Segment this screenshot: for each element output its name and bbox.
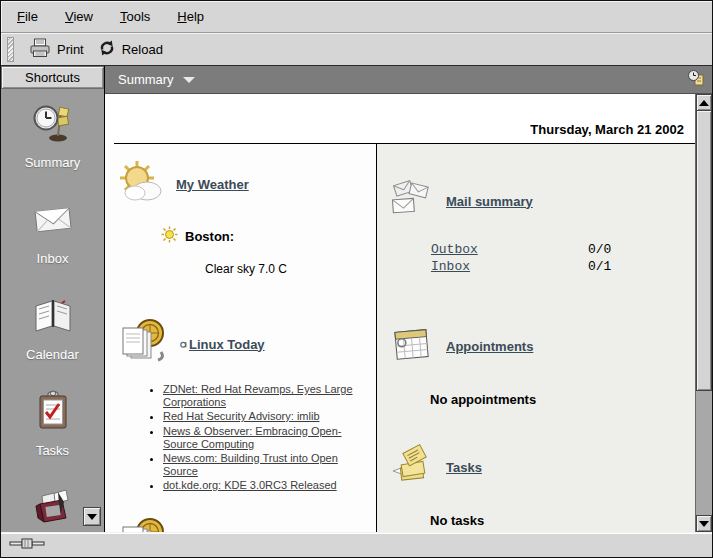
summary-left-column: My Weather	[105, 144, 377, 532]
sidebar-item-tasks[interactable]: Tasks	[1, 390, 104, 458]
headline-item: News & Observer: Embracing Open-Source C…	[163, 425, 368, 451]
headline-link[interactable]: Red Hat Security Advisory: imlib	[163, 410, 320, 422]
headline-link[interactable]: News.com: Building Trust into Open Sourc…	[163, 452, 338, 477]
weather-condition: Clear sky 7.0 C	[205, 262, 376, 276]
calendar-icon	[32, 294, 74, 340]
sidebar-item-label: Tasks	[36, 443, 69, 458]
chevron-down-icon	[699, 521, 709, 527]
appointments-widget-header: Appointments	[389, 322, 695, 370]
vertical-scrollbar	[695, 94, 712, 532]
scroll-up-button[interactable]	[696, 94, 712, 111]
sidebar-item-inbox[interactable]: Inbox	[1, 198, 104, 266]
scrollbar-track[interactable]	[696, 391, 712, 515]
sun-icon	[161, 226, 178, 247]
pane-title-dropdown-icon[interactable]	[183, 77, 195, 83]
shortcuts-header-button[interactable]: Shortcuts	[1, 66, 104, 89]
no-tasks-text: No tasks	[430, 513, 695, 528]
linuxtoday-widget-header: Linux Today	[117, 316, 376, 372]
menu-tools[interactable]: Tools	[120, 9, 150, 24]
headline-item: ZDNet: Red Hat Revamps, Eyes Large Corpo…	[163, 383, 368, 409]
print-button-label: Print	[57, 42, 84, 57]
weather-title-link[interactable]: My Weather	[176, 177, 249, 192]
sidebar-item-label: Calendar	[26, 347, 79, 362]
mail-folder-list: Outbox 0/0 Inbox 0/1	[431, 241, 695, 275]
mail-folder-row: Outbox 0/0	[431, 241, 659, 258]
inbox-count: 0/1	[588, 258, 611, 275]
chevron-up-icon	[699, 100, 709, 106]
no-appointments-text: No appointments	[430, 392, 695, 407]
news-feed-icon	[117, 316, 169, 372]
main-area: Shortcuts	[1, 66, 712, 532]
tasks-title-link[interactable]: Tasks	[446, 460, 482, 475]
tasks-icon	[32, 390, 74, 436]
headline-link[interactable]: News & Observer: Embracing Open-Source C…	[163, 425, 342, 450]
application-window: File View Tools Help Print	[0, 0, 713, 558]
summary-right-column: Mail summary Outbox 0/0 Inbox 0/1	[377, 144, 695, 532]
menu-help[interactable]: Help	[177, 9, 204, 24]
shortcuts-sidebar: Shortcuts	[1, 66, 105, 532]
mail-folder-row: Inbox 0/1	[431, 258, 659, 275]
inbox-icon	[32, 198, 74, 244]
shortcuts-list: Summary Inbox	[1, 89, 104, 532]
chevron-down-icon	[87, 514, 97, 520]
inbox-link[interactable]: Inbox	[431, 258, 588, 275]
summary-icon	[32, 102, 74, 148]
scrollbar-thumb[interactable]	[696, 111, 712, 391]
linuxtoday-headlines: ZDNet: Red Hat Revamps, Eyes Large Corpo…	[150, 383, 368, 493]
toolbar-grip-handle[interactable]	[7, 37, 14, 62]
headline-link[interactable]: ZDNet: Red Hat Revamps, Eyes Large Corpo…	[163, 383, 353, 408]
weather-city-row: Boston:	[161, 226, 376, 247]
menu-file[interactable]: File	[17, 9, 38, 24]
pane-header: Summary	[105, 66, 712, 94]
status-bar	[1, 532, 712, 557]
appointments-icon	[389, 322, 435, 370]
toolbar: Print Reload	[1, 33, 712, 66]
sidebar-item-summary[interactable]: Summary	[1, 102, 104, 170]
headline-link[interactable]: dot.kde.org: KDE 3.0RC3 Released	[163, 479, 337, 491]
outbox-count: 0/0	[588, 241, 611, 258]
contacts-icon	[32, 486, 74, 532]
reload-icon	[98, 39, 116, 60]
current-date: Thursday, March 21 2002	[105, 94, 695, 143]
headline-item: News.com: Building Trust into Open Sourc…	[163, 452, 368, 478]
link-anchor-icon	[180, 337, 188, 352]
content-pane: Summary Thursday, March 21 200	[105, 66, 712, 532]
menu-view[interactable]: View	[65, 9, 93, 24]
mail-widget-header: Mail summary	[389, 177, 695, 225]
menu-bar: File View Tools Help	[1, 1, 712, 33]
sticky-notes-icon	[389, 443, 435, 491]
printer-icon	[29, 38, 51, 61]
sidebar-scroll-down-button[interactable]	[83, 507, 101, 526]
appointments-title-link[interactable]: Appointments	[446, 339, 533, 354]
summary-view: Thursday, March 21 2002	[105, 94, 712, 532]
weather-widget-header: My Weather	[117, 158, 376, 210]
headline-item: dot.kde.org: KDE 3.0RC3 Released	[163, 479, 368, 492]
mail-summary-title-link[interactable]: Mail summary	[446, 194, 533, 209]
scroll-down-button[interactable]	[696, 515, 712, 532]
summary-columns: My Weather	[105, 144, 695, 532]
sidebar-item-label: Inbox	[37, 251, 69, 266]
outbox-link[interactable]: Outbox	[431, 241, 588, 258]
summary-page: Thursday, March 21 2002	[105, 94, 695, 532]
kontact-summary-icon	[687, 69, 705, 90]
reload-button-label: Reload	[122, 42, 163, 57]
statusbar-grip-icon[interactable]	[9, 536, 45, 554]
weather-city: Boston:	[185, 229, 234, 244]
sidebar-item-calendar[interactable]: Calendar	[1, 294, 104, 362]
salon-widget-header: Salon.com	[117, 515, 376, 533]
reload-button[interactable]: Reload	[91, 36, 170, 63]
headline-item: Red Hat Security Advisory: imlib	[163, 410, 368, 423]
sidebar-item-label: Summary	[25, 155, 81, 170]
pane-title[interactable]: Summary	[118, 72, 174, 87]
weather-icon	[117, 158, 165, 210]
news-feed-icon	[117, 515, 169, 533]
linuxtoday-title-link[interactable]: Linux Today	[180, 337, 265, 352]
print-button[interactable]: Print	[22, 35, 91, 64]
tasks-widget-header: Tasks	[389, 443, 695, 491]
mail-summary-icon	[389, 177, 435, 225]
